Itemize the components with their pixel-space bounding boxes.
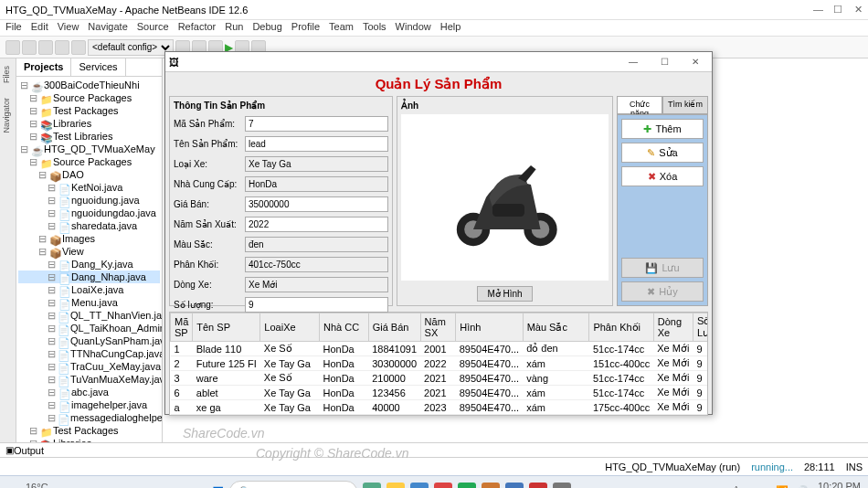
tree-node[interactable]: ⊟📦 DAO [18, 168, 160, 181]
tree-node[interactable]: ⊟📚 Libraries [18, 117, 160, 130]
menu-debug[interactable]: Debug [252, 21, 281, 35]
tree-node[interactable]: ⊟📁 Source Packages [18, 155, 160, 168]
save-button[interactable]: 💾Lưu [621, 258, 704, 278]
dialog-close-icon[interactable]: ✕ [683, 54, 708, 70]
menu-view[interactable]: View [58, 21, 79, 35]
menu-window[interactable]: Window [396, 21, 431, 35]
tree-node[interactable]: ⊟📄 messagedialoghelper.java [18, 411, 160, 424]
taskbar-app-icon[interactable] [458, 483, 476, 489]
input-giaban[interactable] [245, 196, 388, 212]
menu-team[interactable]: Team [329, 21, 354, 35]
tree-node[interactable]: ⊟📄 nguoidungdao.java [18, 207, 160, 219]
menu-file[interactable]: File [5, 21, 22, 35]
taskbar-app-icon[interactable] [529, 483, 547, 489]
col-header[interactable]: Màu Sắc [523, 313, 589, 342]
tab-timkiem[interactable]: Tìm kiếm [662, 96, 708, 114]
tree-node[interactable]: ⊟📄 TuVanMuaXeMay.java [18, 373, 160, 386]
tree-node[interactable]: ⊟📄 Dang_Ky.java [18, 258, 160, 271]
tree-node[interactable]: ⊟📄 KetNoi.java [18, 181, 160, 194]
menu-refactor[interactable]: Refactor [178, 21, 217, 35]
col-header[interactable]: Nhà CC [320, 313, 369, 342]
taskbar-app-icon[interactable] [410, 483, 429, 489]
taskbar-app-icon[interactable] [386, 483, 405, 489]
tree-node[interactable]: ⊟📄 nguoidung.java [18, 194, 160, 207]
col-header[interactable]: Giá Bán [368, 313, 420, 342]
tree-node[interactable]: ⊟📦 View [18, 245, 160, 258]
add-button[interactable]: ✚Thêm [621, 119, 704, 139]
table-row[interactable]: axe gaXe Tay GaHonDa40000202389504E470..… [171, 400, 709, 415]
select-loaixe[interactable]: Xe Tay Ga [245, 156, 388, 172]
select-dongxe[interactable]: Xe Mới [245, 277, 388, 292]
tree-node[interactable]: ⊟📄 QuanLySanPham.java [18, 334, 160, 347]
tree-node[interactable]: ⊟📄 Dang_Nhap.java [18, 271, 160, 283]
cancel-button[interactable]: ✖Hủy [621, 281, 704, 302]
table-row[interactable]: 1Blade 110Xe SốHonDa18841091200189504E47… [171, 342, 709, 356]
toolbar-icon[interactable] [55, 40, 69, 55]
tree-node[interactable]: ⊟📄 TraCuu_XeMay.java [18, 360, 160, 373]
toolbar-icon[interactable] [5, 40, 20, 55]
col-header[interactable]: Năm SX [420, 313, 456, 342]
tree-node[interactable]: ⊟📄 QL_TT_NhanVien.java [18, 309, 160, 322]
output-panel[interactable]: ▣ Output [0, 442, 868, 457]
tree-node[interactable]: ⊟📄 sharedata.java [18, 219, 160, 232]
menu-source[interactable]: Source [137, 21, 169, 35]
toolbar-icon[interactable] [71, 40, 86, 55]
col-header[interactable]: Dòng Xe [653, 313, 693, 342]
col-header[interactable]: Phân Khối [589, 313, 653, 342]
config-select[interactable]: <default config> [88, 39, 174, 56]
tree-node[interactable]: ⊟📄 TTNhaCungCap.java [18, 347, 160, 360]
tree-node[interactable]: ⊟☕ 300BaiCodeThieuNhi [18, 79, 160, 91]
col-header[interactable]: Số Lượng [693, 313, 708, 342]
project-tree[interactable]: ⊟☕ 300BaiCodeThieuNhi⊟📁 Source Packages⊟… [16, 77, 162, 442]
tree-node[interactable]: ⊟📚 Test Libraries [18, 130, 160, 143]
taskbar-app-icon[interactable] [553, 483, 571, 489]
dialog-maximize-icon[interactable]: ☐ [651, 54, 677, 70]
select-phankhoi[interactable]: 401cc-750cc [245, 257, 388, 272]
table-row[interactable]: 3wareXe SốHonDa210000202189504E470...vàn… [171, 371, 709, 386]
toolbar-icon[interactable] [38, 40, 53, 55]
select-mausac[interactable]: đen [245, 237, 388, 252]
taskbar-app-icon[interactable] [434, 483, 452, 489]
table-row[interactable]: 7leadXe Tay GaHonDa35000000202289504E470… [171, 415, 709, 417]
menu-edit[interactable]: Edit [31, 21, 48, 35]
tree-node[interactable]: ⊟📁 Test Packages [18, 424, 160, 437]
input-soluong[interactable] [245, 297, 388, 313]
input-nsx[interactable] [245, 217, 388, 232]
tree-node[interactable]: ⊟📄 imagehelper.java [18, 398, 160, 411]
open-image-button[interactable]: Mở Hình [477, 286, 532, 302]
weather-widget[interactable]: ☁ 16°CCloudy [7, 482, 48, 488]
windows-start-icon[interactable]: ⊞ [212, 483, 224, 488]
toolbar-icon[interactable] [22, 40, 37, 55]
tab-chucnang[interactable]: Chức năng [617, 96, 662, 114]
close-icon[interactable]: ✕ [853, 4, 863, 16]
tree-node[interactable]: ⊟📁 Source Packages [18, 91, 160, 104]
col-header[interactable]: Mã SP [171, 313, 193, 342]
select-ncc[interactable]: HonDa [245, 176, 388, 192]
tree-node[interactable]: ⊟📄 abc.java [18, 386, 160, 398]
tree-node[interactable]: ⊟☕ HTG_QD_TVMuaXeMay [18, 143, 160, 155]
product-table[interactable]: Mã SPTên SPLoaiXeNhà CCGiá BánNăm SXHình… [169, 312, 708, 416]
minimize-icon[interactable]: — [813, 4, 822, 16]
table-row[interactable]: 6abletXe Tay GaHonDa123456202189504E470.… [171, 386, 709, 400]
dialog-minimize-icon[interactable]: — [620, 54, 646, 70]
maximize-icon[interactable]: ☐ [833, 4, 842, 16]
navigator-tab[interactable]: Navigator [0, 90, 16, 141]
menu-navigate[interactable]: Navigate [88, 21, 127, 35]
taskbar-app-icon[interactable] [505, 483, 524, 489]
input-masp[interactable] [245, 116, 388, 132]
taskbar-app-icon[interactable] [363, 483, 381, 489]
taskbar-search[interactable]: 🔍 Search [229, 481, 357, 489]
tree-node[interactable]: ⊟📄 LoaiXe.java [18, 283, 160, 296]
menu-help[interactable]: Help [440, 21, 461, 35]
input-tensp[interactable] [245, 136, 388, 152]
files-tab[interactable]: Files [0, 58, 16, 90]
menu-profile[interactable]: Profile [291, 21, 320, 35]
col-header[interactable]: Tên SP [193, 313, 260, 342]
edit-button[interactable]: ✎Sửa [621, 143, 704, 163]
tree-node[interactable]: ⊟📁 Test Packages [18, 104, 160, 117]
delete-button[interactable]: ✖Xóa [621, 166, 704, 186]
col-header[interactable]: LoaiXe [260, 313, 320, 342]
taskbar-app-icon[interactable] [482, 483, 500, 489]
table-row[interactable]: 2Future 125 FIXe Tay GaHonDa303000002022… [171, 356, 709, 371]
tree-node[interactable]: ⊟📦 Images [18, 232, 160, 245]
